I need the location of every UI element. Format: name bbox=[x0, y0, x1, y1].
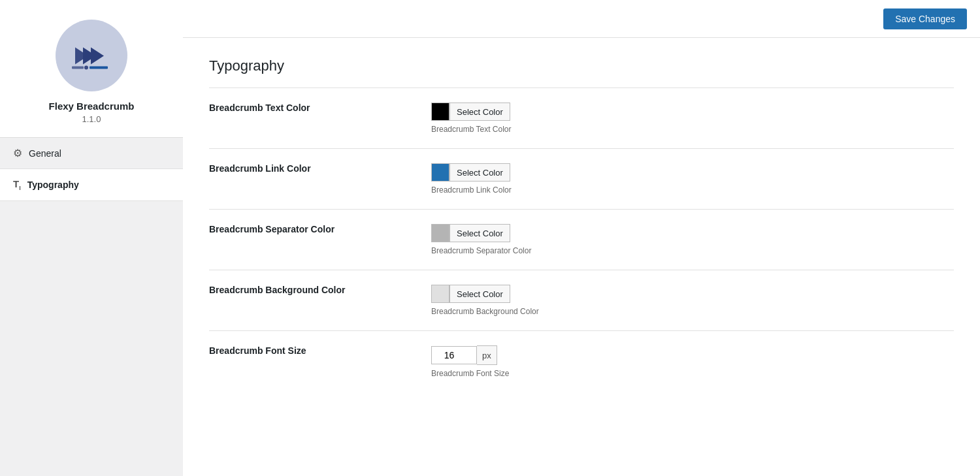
setting-label-link-color: Breadcrumb Link Color bbox=[209, 149, 418, 210]
font-size-unit: px bbox=[477, 345, 497, 365]
color-swatch-separator[interactable] bbox=[431, 224, 449, 242]
color-picker-row-link: Select Color bbox=[431, 163, 947, 182]
table-row: Breadcrumb Separator Color Select Color … bbox=[209, 210, 954, 270]
table-row: Breadcrumb Font Size px Breadcrumb Font … bbox=[209, 331, 954, 393]
content-area: Typography Breadcrumb Text Color Select … bbox=[183, 38, 980, 476]
setting-label-separator-color: Breadcrumb Separator Color bbox=[209, 210, 418, 270]
select-color-btn-separator[interactable]: Select Color bbox=[449, 224, 510, 242]
setting-control-separator-color: Select Color Breadcrumb Separator Color bbox=[418, 210, 954, 270]
svg-rect-5 bbox=[90, 67, 108, 69]
field-description-text-color: Breadcrumb Text Color bbox=[431, 125, 947, 134]
sidebar: Flexy Breadcrumb 1.1.0 ⚙ General TI Typo… bbox=[0, 0, 183, 476]
nav-menu: ⚙ General TI Typography bbox=[0, 138, 183, 201]
color-picker-row-text: Select Color bbox=[431, 103, 947, 121]
setting-label-font-size: Breadcrumb Font Size bbox=[209, 331, 418, 393]
save-changes-button[interactable]: Save Changes bbox=[883, 8, 967, 29]
color-swatch-link[interactable] bbox=[431, 163, 449, 182]
plugin-name: Flexy Breadcrumb bbox=[49, 101, 135, 112]
color-picker-row-separator: Select Color bbox=[431, 224, 947, 242]
setting-label-bg-color: Breadcrumb Background Color bbox=[209, 270, 418, 331]
setting-control-link-color: Select Color Breadcrumb Link Color bbox=[418, 149, 954, 210]
font-size-input[interactable] bbox=[431, 346, 477, 364]
table-row: Breadcrumb Text Color Select Color Bread… bbox=[209, 88, 954, 149]
top-bar: Save Changes bbox=[183, 0, 980, 38]
select-color-btn-link[interactable]: Select Color bbox=[449, 163, 510, 182]
type-icon: TI bbox=[13, 178, 21, 191]
sidebar-item-general[interactable]: ⚙ General bbox=[0, 138, 183, 169]
settings-table: Breadcrumb Text Color Select Color Bread… bbox=[209, 87, 954, 392]
color-picker-row-bg: Select Color bbox=[431, 285, 947, 303]
table-row: Breadcrumb Background Color Select Color… bbox=[209, 270, 954, 331]
setting-control-font-size: px Breadcrumb Font Size bbox=[418, 331, 954, 393]
field-description-bg-color: Breadcrumb Background Color bbox=[431, 307, 947, 316]
field-description-link-color: Breadcrumb Link Color bbox=[431, 185, 947, 195]
plugin-version: 1.1.0 bbox=[82, 114, 101, 124]
setting-control-text-color: Select Color Breadcrumb Text Color bbox=[418, 88, 954, 149]
color-swatch-text[interactable] bbox=[431, 103, 449, 121]
gear-icon: ⚙ bbox=[13, 147, 22, 159]
svg-point-4 bbox=[84, 66, 88, 70]
select-color-btn-bg[interactable]: Select Color bbox=[449, 285, 510, 303]
field-description-font-size: Breadcrumb Font Size bbox=[431, 369, 947, 378]
setting-control-bg-color: Select Color Breadcrumb Background Color bbox=[418, 270, 954, 331]
main-content: Save Changes Typography Breadcrumb Text … bbox=[183, 0, 980, 476]
font-size-row: px bbox=[431, 345, 947, 365]
sidebar-item-typography-label: Typography bbox=[27, 180, 79, 190]
table-row: Breadcrumb Link Color Select Color Bread… bbox=[209, 149, 954, 210]
plugin-logo bbox=[56, 20, 127, 91]
sidebar-item-general-label: General bbox=[29, 148, 61, 159]
select-color-btn-text[interactable]: Select Color bbox=[449, 103, 510, 121]
color-swatch-bg[interactable] bbox=[431, 285, 449, 303]
svg-marker-2 bbox=[91, 48, 104, 65]
svg-rect-3 bbox=[72, 67, 84, 69]
sidebar-item-typography[interactable]: TI Typography bbox=[0, 169, 183, 201]
setting-label-text-color: Breadcrumb Text Color bbox=[209, 88, 418, 149]
plugin-logo-area: Flexy Breadcrumb 1.1.0 bbox=[0, 0, 183, 138]
field-description-separator-color: Breadcrumb Separator Color bbox=[431, 246, 947, 255]
section-title: Typography bbox=[209, 57, 954, 74]
